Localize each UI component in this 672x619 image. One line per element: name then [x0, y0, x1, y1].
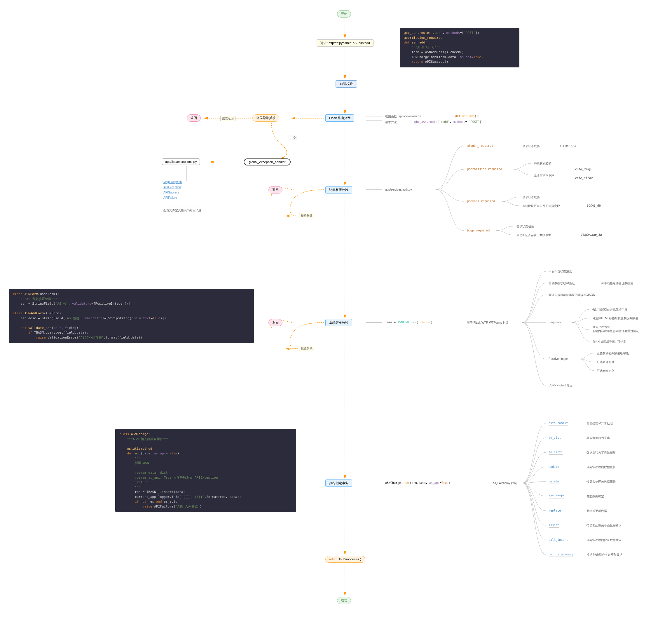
role-deny: role_deny — [575, 167, 591, 171]
form-code: form = ASNAddForm().check() — [385, 321, 433, 324]
return3-node: 返回 — [269, 319, 283, 326]
start-node: 开始 — [337, 10, 351, 17]
return1-node: 返回 — [187, 115, 201, 122]
code-block-2: class ASNForm(BaseForm): """AS 号必填正整数"""… — [9, 289, 254, 343]
sq-get_by_primary: get_by_primary — [548, 553, 573, 557]
code-block-1: @bp_asn.route('/add', methods=['POST']) … — [400, 28, 519, 67]
wtf-item3: 验证失败自动按需返回错误页/JSON — [548, 293, 595, 297]
api-exception-link[interactable]: APIException — [163, 185, 201, 190]
role-allow: role_allow — [575, 176, 592, 180]
devops-deco: @devops_required — [467, 200, 495, 203]
posint3: 可选允许为空 — [597, 369, 614, 373]
wtf-csrf: CSRFProtect 修正 — [548, 384, 573, 388]
api-failure-link[interactable]: APIFailure — [163, 195, 201, 201]
req-method-label: 请求方法 — [385, 120, 397, 124]
flask-route-node: Flask 路由分发 — [325, 115, 354, 122]
sq-update-desc: 带异常处理的数据更新 — [587, 465, 616, 469]
frontend-check-node: 前端校验 — [335, 80, 357, 87]
wtf-item2: 自动数据获取和验证 — [548, 281, 575, 285]
permission-deco: @permission_required — [467, 167, 502, 171]
return-label1: 按需返回 — [220, 116, 235, 121]
strip4: 自动生成错误消息, 可指定 — [592, 340, 626, 344]
request-label: 请求: http://ff.pyadmin:777/asn/add — [317, 40, 374, 47]
wtf-auto-extra: 可手动指定待验证数据集 — [601, 281, 633, 285]
form-desc: 基于 Flask-WTF, WTForms 封装 — [467, 321, 509, 325]
exceptions-file-node: app/libs/exceptions.py — [162, 158, 200, 165]
posint1: 正整数校验并赋值给字段 — [597, 351, 629, 355]
check-fail2: 校验失败 — [299, 346, 314, 351]
tbbgp: TBBGP.bgp_ip — [581, 233, 602, 236]
sq-delete: delete — [548, 480, 559, 484]
wtf-strip: StripString — [548, 321, 562, 324]
sq-to_dict: to_dict — [548, 436, 561, 440]
sq-replace: replace — [548, 509, 561, 513]
sq-replace-desc: 新增或更新数据 — [587, 509, 607, 513]
global-handler-node: global_exception_handler — [244, 158, 291, 165]
global-exception-node: 全局异常捕获 — [252, 115, 279, 122]
sq-update: update — [548, 465, 559, 469]
sq-to_dicts: to_dicts — [548, 451, 563, 455]
svg-text:404: 404 — [292, 136, 297, 139]
perm-check2: 是否有访问权限 — [534, 174, 554, 178]
auth-file: app/services/auth.py — [385, 188, 412, 191]
sq-bulk_insert: bulk_insert — [548, 538, 568, 542]
code-block-3: class ASNCharge: """ASN 相关数据表操作""" @stat… — [115, 429, 296, 512]
local-gw: LOCAL_GW — [587, 204, 600, 207]
check-fail1: 校验失败 — [299, 213, 314, 218]
sq-set_attrs-desc: 智能数据绑定 — [587, 494, 604, 498]
route-code: @bp_asn.route('/add', methods=['POST']) — [414, 120, 483, 124]
bgp-check1: 登录状态校验 — [517, 224, 534, 228]
sq-insert: insert — [548, 524, 559, 528]
posint2: 可选允许为 0 — [597, 360, 614, 364]
api-success-link[interactable]: APISuccess — [163, 190, 201, 195]
exec-task-node: 执行指定事务 — [325, 480, 352, 487]
sq-insert-desc: 带异常处理的单条数据插入 — [587, 524, 621, 528]
msg-exception-link[interactable]: MsgException — [163, 180, 201, 185]
access-check-node: 访问权限校验 — [325, 186, 352, 194]
sq-delete-desc: 带异常处理的数据删除 — [587, 480, 616, 484]
bgp-check2: 来访IP是否存在于数据表中 — [517, 233, 551, 237]
def-asn-add: def asn_add(): — [455, 115, 480, 118]
devops-check2: 来访IP是否为内网IP或指定IP — [522, 204, 559, 208]
charge-code: ASNCharge.add(form.data, as_api=True) — [385, 481, 450, 484]
strip1: 去除首尾空白并赋值给字段 — [592, 307, 627, 312]
backend-form-node: 后端表单校验 — [325, 319, 352, 326]
strip3: 可选允许为空, 空格内容时字段得到空值并通过验证 — [592, 325, 639, 333]
login-check1: 登录状态校验 — [522, 144, 540, 148]
sqlalchemy-label: SQLAlchemy 封装 — [493, 481, 517, 485]
perm-check1: 登录状态校验 — [534, 162, 551, 166]
return-success-node: return APISuccess() — [325, 556, 365, 563]
sq-get_by_primary-desc: 根据主键/联合主键获取数据 — [587, 553, 622, 557]
view-func-label: 视图函数: app/views/asn.py — [385, 115, 421, 119]
login-required-deco: @login_required — [467, 144, 493, 147]
bgp-deco: @bgp_required — [467, 229, 490, 232]
sq-set_attrs: set_attrs — [548, 494, 564, 498]
devops-check1: 登录状态校验 — [522, 195, 540, 199]
wtf-posint: PositiveInteger — [548, 357, 568, 360]
sq-to_dicts-desc: 数据集转为字典数据集 — [587, 451, 616, 455]
sq-bulk_insert-desc: 带异常处理的批量数据插入 — [587, 538, 621, 542]
sq-auto_commit-desc: 自动提交和异常处理 — [587, 421, 613, 425]
sq-auto_commit: auto_commit — [548, 421, 568, 425]
exceptions-dots: … — [163, 201, 201, 206]
exceptions-desc: 配置文件定义错误码对应消息 — [163, 207, 201, 213]
wtf-item1: 中文内置错误消息 — [548, 270, 572, 274]
return2-node: 返回 — [269, 186, 283, 194]
strip2: 可清除HTML标签后校验数据并赋值 — [592, 316, 638, 321]
svg-rect-11 — [289, 135, 297, 140]
login-check2: OAuth2 登录 — [560, 144, 577, 148]
success-node: 成功 — [337, 597, 351, 604]
sq-to_dict-desc: 单条数据转为字典 — [587, 436, 610, 440]
